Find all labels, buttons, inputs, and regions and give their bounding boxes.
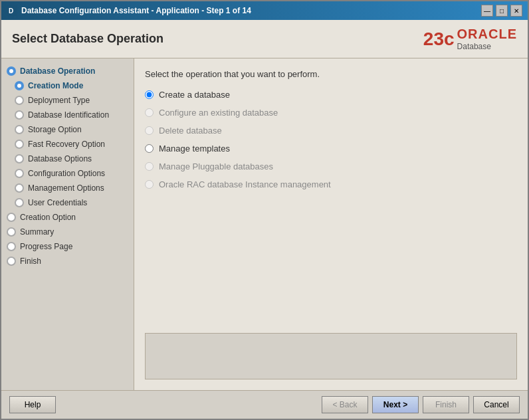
sidebar-item-finish[interactable]: Finish [1, 254, 134, 268]
sidebar-label-storage-option: Storage Option [28, 125, 82, 134]
bullet-storage-option [15, 125, 24, 134]
bullet-database-options [15, 154, 24, 163]
page-title: Select Database Operation [12, 32, 163, 46]
radio-create[interactable] [145, 90, 154, 99]
sidebar-label-summary: Summary [20, 227, 54, 237]
bullet-management-options [15, 183, 24, 193]
radio-delete[interactable] [145, 126, 154, 135]
main-content: Database Operation Creation Mode Deploym… [1, 58, 528, 390]
radio-label-delete: Delete database [159, 126, 222, 136]
bullet-creation-mode [15, 81, 24, 90]
radio-configure[interactable] [145, 108, 154, 117]
sidebar-label-creation-mode: Creation Mode [28, 81, 83, 90]
svg-text:D: D [9, 7, 13, 15]
sidebar-label-management-options: Management Options [28, 183, 104, 193]
bullet-finish [7, 257, 16, 266]
title-bar-left: D Database Configuration Assistant - App… [7, 5, 251, 16]
bullet-deployment-type [15, 96, 24, 105]
content-area: Select the operation that you want to pe… [134, 58, 528, 390]
oracle-version: 23c [423, 29, 455, 50]
bullet-summary [7, 227, 16, 237]
sidebar-label-deployment-type: Deployment Type [28, 96, 90, 105]
radio-label-configure: Configure an existing database [159, 108, 278, 118]
sidebar-item-storage-option[interactable]: Storage Option [1, 122, 134, 137]
title-bar: D Database Configuration Assistant - App… [1, 1, 528, 20]
sidebar-group: Database Operation Creation Mode Deploym… [1, 64, 134, 268]
sidebar-label-creation-option: Creation Option [20, 213, 76, 222]
bullet-user-credentials [15, 198, 24, 207]
info-box [145, 333, 517, 379]
sidebar-item-progress-page[interactable]: Progress Page [1, 239, 134, 254]
sidebar-item-management-options[interactable]: Management Options [1, 181, 134, 195]
sidebar-item-fast-recovery[interactable]: Fast Recovery Option [1, 137, 134, 152]
bullet-db-identification [15, 110, 24, 120]
bullet-creation-option [7, 213, 16, 222]
bullet-progress-page [7, 242, 16, 251]
oracle-logo: 23c ORACLE Database [423, 27, 517, 51]
maximize-button[interactable]: □ [496, 5, 508, 17]
radio-option-delete[interactable]: Delete database [145, 126, 517, 136]
radio-option-create[interactable]: Create a database [145, 90, 517, 100]
sidebar-label-fast-recovery: Fast Recovery Option [28, 140, 105, 149]
finish-button[interactable]: Finish [423, 396, 469, 413]
minimize-button[interactable]: — [481, 5, 493, 17]
sidebar-label-database-options: Database Options [28, 154, 92, 163]
sidebar-item-database-identification[interactable]: Database Identification [1, 108, 134, 122]
radio-option-rac[interactable]: Oracle RAC database Instance management [145, 179, 517, 189]
window-title: Database Configuration Assistant - Appli… [21, 6, 251, 15]
sidebar-label-database-operation: Database Operation [20, 66, 95, 76]
content-instruction: Select the operation that you want to pe… [145, 69, 517, 79]
radio-label-pluggable: Manage Pluggable databases [159, 161, 273, 171]
sidebar-item-database-operation[interactable]: Database Operation [1, 64, 134, 78]
bullet-configuration-options [15, 169, 24, 178]
sidebar-label-db-identification: Database Identification [28, 110, 109, 120]
sidebar-label-user-credentials: User Credentials [28, 198, 87, 207]
oracle-db-label: Database [457, 42, 491, 51]
sidebar-label-progress-page: Progress Page [20, 242, 72, 251]
sidebar-item-deployment-type[interactable]: Deployment Type [1, 93, 134, 108]
bullet-database-operation [7, 66, 16, 76]
sidebar-item-configuration-options[interactable]: Configuration Options [1, 166, 134, 181]
bullet-inner [9, 69, 13, 73]
radio-label-templates: Manage templates [159, 144, 230, 154]
sidebar-item-creation-option[interactable]: Creation Option [1, 210, 134, 225]
radio-label-rac: Oracle RAC database Instance management [159, 179, 331, 189]
next-button[interactable]: Next > [372, 396, 419, 413]
sidebar-item-database-options[interactable]: Database Options [1, 152, 134, 166]
radio-option-pluggable[interactable]: Manage Pluggable databases [145, 161, 517, 171]
sidebar-item-summary[interactable]: Summary [1, 225, 134, 239]
sidebar: Database Operation Creation Mode Deploym… [1, 58, 134, 390]
back-button[interactable]: < Back [322, 396, 368, 413]
sidebar-label-configuration-options: Configuration Options [28, 169, 105, 178]
radio-option-templates[interactable]: Manage templates [145, 144, 517, 154]
footer-left: Help [9, 396, 56, 413]
footer: Help < Back Next > Finish Cancel [1, 390, 528, 419]
footer-right: < Back Next > Finish Cancel [322, 396, 520, 413]
bullet-fast-recovery [15, 140, 24, 149]
radio-templates[interactable] [145, 144, 154, 153]
window-controls: — □ ✕ [481, 5, 522, 17]
radio-rac[interactable] [145, 180, 154, 189]
oracle-brand: ORACLE [457, 27, 517, 42]
header: Select Database Operation 23c ORACLE Dat… [1, 20, 528, 58]
close-button[interactable]: ✕ [510, 5, 522, 17]
bullet-inner-1 [17, 84, 21, 88]
radio-option-configure[interactable]: Configure an existing database [145, 108, 517, 118]
radio-pluggable[interactable] [145, 162, 154, 171]
main-window: D Database Configuration Assistant - App… [0, 0, 529, 420]
app-icon: D [7, 5, 17, 16]
oracle-text: ORACLE Database [457, 27, 517, 51]
sidebar-item-creation-mode[interactable]: Creation Mode [1, 78, 134, 93]
sidebar-item-user-credentials[interactable]: User Credentials [1, 195, 134, 210]
cancel-button[interactable]: Cancel [473, 396, 520, 413]
help-button[interactable]: Help [9, 396, 56, 413]
sidebar-label-finish: Finish [20, 257, 41, 266]
radio-label-create: Create a database [159, 90, 230, 100]
